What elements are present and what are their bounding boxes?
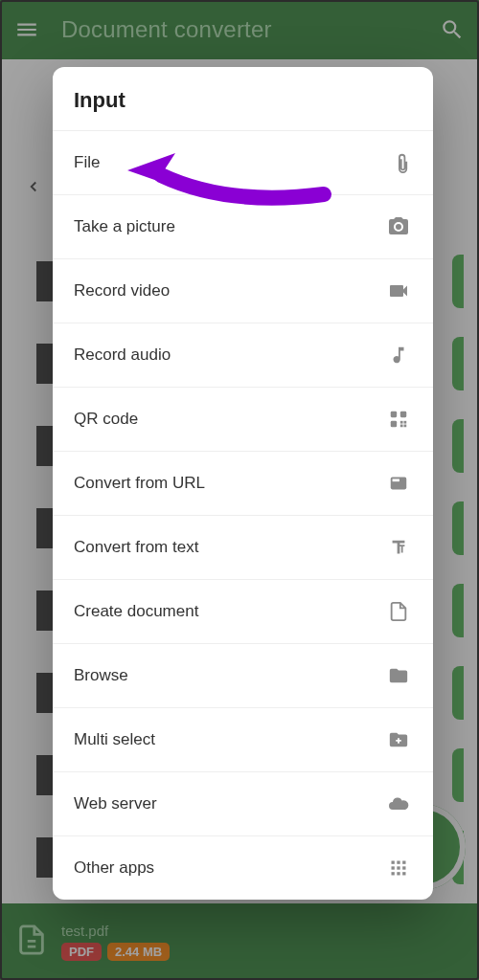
menu-item-label: Convert from text [74,538,385,557]
svg-rect-11 [402,861,405,864]
menu-item-label: File [74,153,385,172]
web-icon [385,473,412,494]
menu-item-multi-select[interactable]: Multi select [53,707,433,771]
folder-icon [385,665,412,686]
svg-rect-8 [393,479,399,481]
svg-rect-9 [392,861,395,864]
svg-rect-10 [397,861,399,864]
menu-item-other-apps[interactable]: Other apps [53,835,433,900]
file-outline-icon [385,601,412,622]
qr-code-icon [385,409,412,430]
menu-item-label: Record video [74,281,385,301]
svg-rect-4 [404,421,407,424]
svg-rect-1 [400,412,406,417]
input-dialog: Input File Take a picture Record video R… [53,67,433,900]
svg-rect-5 [400,425,403,428]
menu-item-browse[interactable]: Browse [53,643,433,707]
menu-item-label: Multi select [74,730,385,749]
menu-item-convert-text[interactable]: Convert from text [53,515,433,579]
menu-item-record-video[interactable]: Record video [53,258,433,323]
svg-rect-13 [397,866,399,869]
svg-rect-6 [404,425,407,428]
menu-item-label: QR code [74,410,385,429]
videocam-icon [385,279,412,302]
menu-item-record-audio[interactable]: Record audio [53,323,433,387]
menu-item-label: Convert from URL [74,474,385,493]
menu-item-label: Take a picture [74,217,385,236]
svg-rect-17 [402,872,405,875]
menu-item-label: Other apps [74,858,385,878]
text-format-icon [385,537,412,558]
svg-rect-2 [391,421,397,427]
svg-rect-0 [391,412,397,417]
menu-item-label: Create document [74,602,385,621]
attachment-clip-icon [385,152,412,173]
menu-item-label: Record audio [74,345,385,365]
music-note-icon [385,345,412,366]
camera-icon [385,215,412,238]
menu-item-label: Browse [74,666,385,685]
menu-item-web-server[interactable]: Web server [53,771,433,835]
input-menu-list: File Take a picture Record video Record … [53,130,433,900]
svg-rect-16 [397,872,399,875]
menu-item-take-picture[interactable]: Take a picture [53,194,433,258]
svg-rect-14 [402,866,405,869]
svg-rect-15 [392,872,395,875]
menu-item-label: Web server [74,794,385,813]
menu-item-qr-code[interactable]: QR code [53,387,433,451]
menu-item-create-document[interactable]: Create document [53,579,433,643]
svg-rect-12 [392,866,395,869]
menu-item-convert-url[interactable]: Convert from URL [53,451,433,515]
svg-rect-3 [400,421,403,424]
cloud-icon [385,792,412,815]
apps-grid-icon [385,858,412,878]
menu-item-file[interactable]: File [53,130,433,194]
dialog-title: Input [53,67,433,130]
folder-plus-icon [385,729,412,750]
